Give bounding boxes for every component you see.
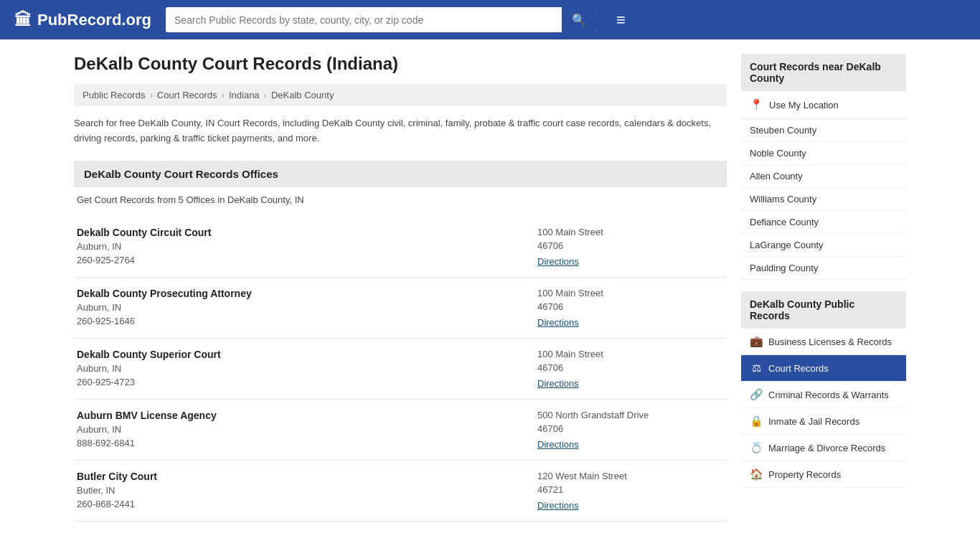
record-type-link[interactable]: 💍 Marriage & Divorce Records <box>741 435 906 461</box>
offices-section-header: DeKalb County Court Records Offices <box>74 161 727 187</box>
office-name: Dekalb County Prosecuting Attorney <box>77 288 523 299</box>
offices-count: Get Court Records from 5 Offices in DeKa… <box>74 194 727 205</box>
nearby-county-link[interactable]: Defiance County <box>741 211 906 234</box>
office-zip: 46706 <box>537 301 724 312</box>
record-type-label: Marriage & Divorce Records <box>768 443 885 453</box>
search-bar: 🔍 <box>166 7 596 32</box>
directions-link[interactable]: Directions <box>537 317 579 328</box>
office-zip: 46706 <box>537 240 724 251</box>
breadcrumb-indiana[interactable]: Indiana <box>229 90 260 100</box>
nearby-county-link[interactable]: Steuben County <box>741 119 906 142</box>
directions-link[interactable]: Directions <box>537 439 579 450</box>
office-address: 100 Main Street <box>537 349 724 359</box>
record-type-link[interactable]: ⚖ Court Records <box>741 355 906 382</box>
sidebar: Court Records near DeKalb County 📍 Use M… <box>741 54 906 522</box>
use-location-button[interactable]: 📍 Use My Location <box>741 91 906 119</box>
office-phone: 888-692-6841 <box>77 438 523 448</box>
office-city: Auburn, IN <box>77 363 523 374</box>
office-left: Dekalb County Circuit Court Auburn, IN 2… <box>77 227 523 267</box>
record-type-icon: 🔒 <box>750 415 763 428</box>
office-address: 120 West Main Street <box>537 471 724 481</box>
office-phone: 260-925-2764 <box>77 255 523 265</box>
nearby-county-link[interactable]: Allen County <box>741 165 906 188</box>
record-types-list: 💼 Business Licenses & Records ⚖ Court Re… <box>741 329 906 488</box>
page-title: DeKalb County Court Records (Indiana) <box>74 54 727 74</box>
nearby-county-link[interactable]: Williams County <box>741 188 906 211</box>
logo-icon: 🏛 <box>14 10 32 30</box>
offices-list: Dekalb County Circuit Court Auburn, IN 2… <box>74 217 727 522</box>
search-input[interactable] <box>166 9 562 32</box>
office-entry: Dekalb County Superior Court Auburn, IN … <box>74 339 727 400</box>
office-right: 100 Main Street 46706 Directions <box>537 349 724 389</box>
nearby-county-link[interactable]: LaGrange County <box>741 234 906 257</box>
public-records-section-title: DeKalb County Public Records <box>741 291 906 329</box>
office-city: Auburn, IN <box>77 424 523 435</box>
office-city: Butler, IN <box>77 485 523 496</box>
office-zip: 46706 <box>537 362 724 373</box>
nearby-county-link[interactable]: Noble County <box>741 142 906 165</box>
page-description: Search for free DeKalb County, IN Court … <box>74 116 727 146</box>
record-type-label: Business Licenses & Records <box>768 336 892 347</box>
office-left: Butler City Court Butler, IN 260-868-244… <box>77 471 523 511</box>
office-name: Dekalb County Superior Court <box>77 349 523 360</box>
office-left: Auburn BMV License Agency Auburn, IN 888… <box>77 410 523 450</box>
office-address: 500 North Grandstaff Drive <box>537 410 724 420</box>
office-right: 100 Main Street 46706 Directions <box>537 288 724 328</box>
office-right: 120 West Main Street 46721 Directions <box>537 471 724 511</box>
office-city: Auburn, IN <box>77 241 523 252</box>
pin-icon: 📍 <box>750 98 763 111</box>
record-type-label: Property Records <box>768 469 841 480</box>
site-header: 🏛 PubRecord.org 🔍 ≡ <box>0 0 980 39</box>
office-name: Auburn BMV License Agency <box>77 410 523 421</box>
content-area: DeKalb County Court Records (Indiana) Pu… <box>74 54 727 522</box>
directions-link[interactable]: Directions <box>537 500 579 511</box>
breadcrumb-public-records[interactable]: Public Records <box>83 90 145 100</box>
record-type-label: Criminal Records & Warrants <box>768 390 889 400</box>
directions-link[interactable]: Directions <box>537 378 579 389</box>
record-type-icon: 💼 <box>750 335 763 348</box>
office-entry: Dekalb County Prosecuting Attorney Aubur… <box>74 278 727 339</box>
nearby-counties-list: Steuben CountyNoble CountyAllen CountyWi… <box>741 119 906 280</box>
main-container: DeKalb County Court Records (Indiana) Pu… <box>60 39 920 536</box>
nearby-county-link[interactable]: Paulding County <box>741 257 906 280</box>
use-location-label: Use My Location <box>769 100 839 110</box>
office-left: Dekalb County Prosecuting Attorney Aubur… <box>77 288 523 328</box>
record-type-link[interactable]: 🏠 Property Records <box>741 461 906 488</box>
breadcrumb-dekalb-county[interactable]: DeKalb County <box>271 90 334 100</box>
record-type-icon: 🏠 <box>750 468 763 481</box>
record-type-link[interactable]: 🔗 Criminal Records & Warrants <box>741 382 906 408</box>
nearby-section-title: Court Records near DeKalb County <box>741 54 906 91</box>
office-name: Dekalb County Circuit Court <box>77 227 523 238</box>
breadcrumb-court-records[interactable]: Court Records <box>157 90 217 100</box>
record-type-link[interactable]: 🔒 Inmate & Jail Records <box>741 408 906 435</box>
breadcrumb: Public Records › Court Records › Indiana… <box>74 84 727 106</box>
menu-button[interactable]: ≡ <box>611 8 631 32</box>
office-zip: 46706 <box>537 423 724 434</box>
office-left: Dekalb County Superior Court Auburn, IN … <box>77 349 523 389</box>
office-entry: Auburn BMV License Agency Auburn, IN 888… <box>74 400 727 461</box>
record-type-icon: ⚖ <box>750 362 763 375</box>
office-city: Auburn, IN <box>77 302 523 313</box>
record-type-label: Inmate & Jail Records <box>768 416 859 427</box>
office-right: 500 North Grandstaff Drive 46706 Directi… <box>537 410 724 450</box>
logo-text: PubRecord.org <box>37 11 151 29</box>
office-zip: 46721 <box>537 484 724 495</box>
record-type-icon: 💍 <box>750 441 763 454</box>
record-type-icon: 🔗 <box>750 388 763 401</box>
record-type-label: Court Records <box>768 363 829 374</box>
office-right: 100 Main Street 46706 Directions <box>537 227 724 267</box>
office-entry: Butler City Court Butler, IN 260-868-244… <box>74 461 727 522</box>
search-button[interactable]: 🔍 <box>562 7 596 32</box>
directions-link[interactable]: Directions <box>537 256 579 267</box>
office-phone: 260-868-2441 <box>77 499 523 509</box>
office-address: 100 Main Street <box>537 288 724 298</box>
office-address: 100 Main Street <box>537 227 724 237</box>
record-type-link[interactable]: 💼 Business Licenses & Records <box>741 329 906 355</box>
site-logo[interactable]: 🏛 PubRecord.org <box>14 10 151 30</box>
office-entry: Dekalb County Circuit Court Auburn, IN 2… <box>74 217 727 278</box>
office-phone: 260-925-1646 <box>77 316 523 326</box>
office-phone: 260-925-4723 <box>77 377 523 387</box>
office-name: Butler City Court <box>77 471 523 482</box>
